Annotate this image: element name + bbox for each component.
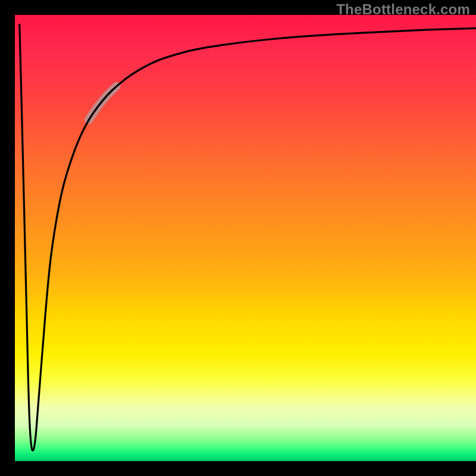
chart-container: TheBottleneck.com: [0, 0, 476, 476]
plot-area: [15, 15, 476, 461]
curve-layer: [15, 15, 476, 461]
watermark-label: TheBottleneck.com: [336, 1, 470, 18]
bottleneck-curve: [20, 24, 476, 450]
